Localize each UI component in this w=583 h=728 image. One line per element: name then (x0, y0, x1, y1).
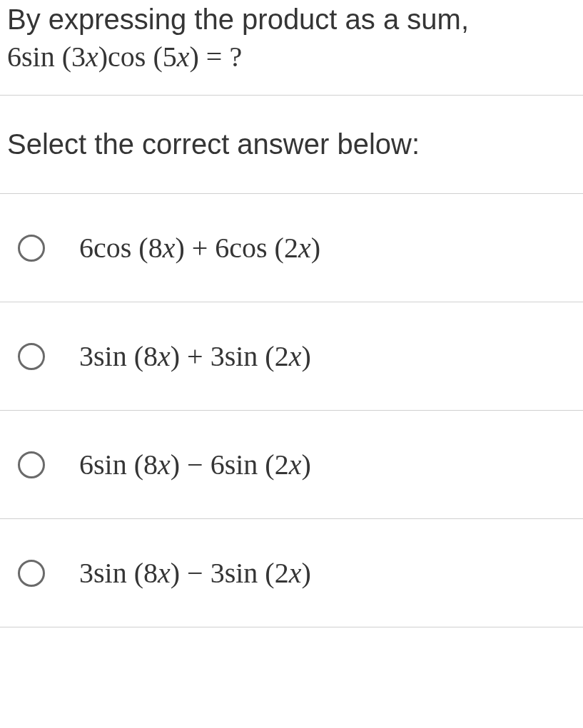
option-2[interactable]: 3sin (8x) + 3sin (2x) (0, 302, 583, 411)
option-3[interactable]: 6sin (8x) − 6sin (2x) (0, 411, 583, 519)
radio-icon[interactable] (18, 451, 45, 478)
option-3-label: 6sin (8x) − 6sin (2x) (79, 448, 311, 481)
option-1[interactable]: 6cos (8x) + 6cos (2x) (0, 194, 583, 302)
question-line1: By expressing the product as a sum, (7, 0, 576, 39)
question-math: 6sin (3x)cos (5x) = ? (7, 40, 576, 73)
question-section: By expressing the product as a sum, 6sin… (0, 0, 583, 96)
option-4[interactable]: 3sin (8x) − 3sin (2x) (0, 519, 583, 627)
option-2-label: 3sin (8x) + 3sin (2x) (79, 339, 311, 373)
prompt-section: Select the correct answer below: (0, 96, 583, 194)
prompt-text: Select the correct answer below: (7, 128, 576, 160)
radio-icon[interactable] (18, 235, 45, 262)
option-4-label: 3sin (8x) − 3sin (2x) (79, 556, 311, 590)
options-list: 6cos (8x) + 6cos (2x) 3sin (8x) + 3sin (… (0, 194, 583, 627)
option-1-label: 6cos (8x) + 6cos (2x) (79, 231, 320, 265)
radio-icon[interactable] (18, 560, 45, 587)
radio-icon[interactable] (18, 343, 45, 370)
